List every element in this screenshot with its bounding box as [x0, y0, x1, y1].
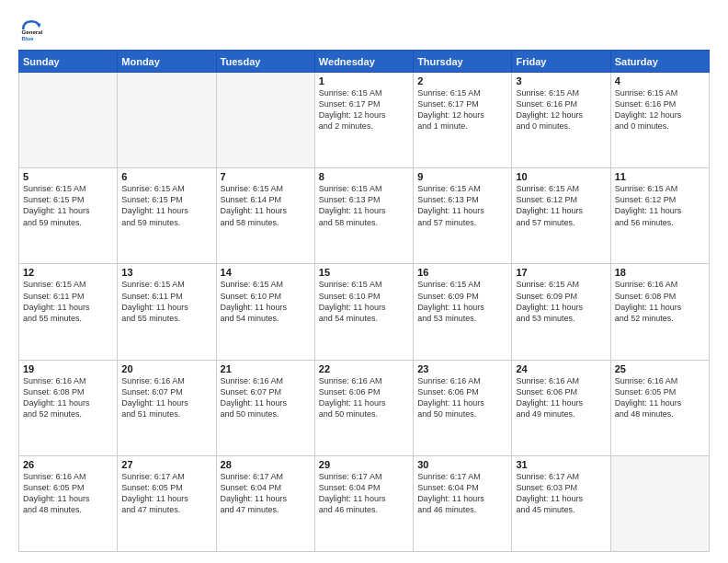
day-number: 26: [23, 459, 113, 470]
day-info: Sunrise: 6:15 AM Sunset: 6:15 PM Dayligh…: [121, 183, 211, 228]
day-number: 3: [516, 75, 606, 86]
calendar-cell: 21Sunrise: 6:16 AM Sunset: 6:07 PM Dayli…: [216, 360, 314, 455]
calendar-cell: 4Sunrise: 6:15 AM Sunset: 6:16 PM Daylig…: [610, 73, 709, 168]
day-info: Sunrise: 6:17 AM Sunset: 6:03 PM Dayligh…: [516, 471, 606, 516]
day-number: 31: [516, 459, 606, 470]
day-number: 28: [221, 459, 311, 470]
calendar-cell: 6Sunrise: 6:15 AM Sunset: 6:15 PM Daylig…: [118, 168, 216, 264]
calendar-cell: 29Sunrise: 6:17 AM Sunset: 6:04 PM Dayli…: [314, 455, 413, 551]
calendar-cell: 25Sunrise: 6:16 AM Sunset: 6:05 PM Dayli…: [610, 360, 709, 455]
day-info: Sunrise: 6:15 AM Sunset: 6:11 PM Dayligh…: [23, 279, 113, 324]
day-number: 10: [516, 171, 606, 182]
day-number: 25: [615, 363, 705, 374]
calendar-cell: 28Sunrise: 6:17 AM Sunset: 6:04 PM Dayli…: [216, 455, 314, 551]
day-number: 21: [221, 363, 311, 374]
day-info: Sunrise: 6:17 AM Sunset: 6:04 PM Dayligh…: [319, 471, 409, 516]
week-row-3: 12Sunrise: 6:15 AM Sunset: 6:11 PM Dayli…: [19, 264, 710, 360]
calendar-cell: [118, 73, 216, 168]
day-number: 19: [23, 363, 113, 374]
day-number: 13: [121, 267, 211, 278]
day-info: Sunrise: 6:15 AM Sunset: 6:10 PM Dayligh…: [319, 279, 409, 324]
calendar-cell: 13Sunrise: 6:15 AM Sunset: 6:11 PM Dayli…: [118, 264, 216, 360]
day-info: Sunrise: 6:15 AM Sunset: 6:13 PM Dayligh…: [319, 183, 409, 228]
day-number: 16: [417, 267, 507, 278]
day-number: 6: [121, 171, 211, 182]
calendar-cell: 23Sunrise: 6:16 AM Sunset: 6:06 PM Dayli…: [414, 360, 512, 455]
day-info: Sunrise: 6:15 AM Sunset: 6:17 PM Dayligh…: [417, 87, 507, 132]
calendar-cell: 10Sunrise: 6:15 AM Sunset: 6:12 PM Dayli…: [512, 168, 610, 264]
day-info: Sunrise: 6:15 AM Sunset: 6:12 PM Dayligh…: [516, 183, 606, 228]
calendar-cell: 22Sunrise: 6:16 AM Sunset: 6:06 PM Dayli…: [314, 360, 413, 455]
day-number: 20: [121, 363, 211, 374]
calendar-table: SundayMondayTuesdayWednesdayThursdayFrid…: [18, 50, 710, 552]
day-number: 30: [417, 459, 507, 470]
day-info: Sunrise: 6:15 AM Sunset: 6:17 PM Dayligh…: [319, 87, 409, 132]
day-info: Sunrise: 6:16 AM Sunset: 6:05 PM Dayligh…: [615, 375, 705, 420]
day-info: Sunrise: 6:15 AM Sunset: 6:10 PM Dayligh…: [221, 279, 311, 324]
day-number: 14: [221, 267, 311, 278]
weekday-header-saturday: Saturday: [610, 51, 709, 73]
calendar-cell: 1Sunrise: 6:15 AM Sunset: 6:17 PM Daylig…: [314, 73, 413, 168]
calendar-cell: 19Sunrise: 6:16 AM Sunset: 6:08 PM Dayli…: [19, 360, 118, 455]
day-number: 27: [121, 459, 211, 470]
svg-text:General: General: [22, 29, 43, 35]
calendar-cell: [216, 73, 314, 168]
day-info: Sunrise: 6:16 AM Sunset: 6:06 PM Dayligh…: [319, 375, 409, 420]
calendar-cell: 9Sunrise: 6:15 AM Sunset: 6:13 PM Daylig…: [414, 168, 512, 264]
calendar-cell: [610, 455, 709, 551]
week-row-5: 26Sunrise: 6:16 AM Sunset: 6:05 PM Dayli…: [19, 455, 710, 551]
weekday-header-tuesday: Tuesday: [216, 51, 314, 73]
day-number: 17: [516, 267, 606, 278]
day-number: 9: [417, 171, 507, 182]
day-info: Sunrise: 6:16 AM Sunset: 6:07 PM Dayligh…: [121, 375, 211, 420]
day-number: 1: [319, 75, 409, 86]
calendar-cell: 15Sunrise: 6:15 AM Sunset: 6:10 PM Dayli…: [314, 264, 413, 360]
weekday-header-friday: Friday: [512, 51, 610, 73]
day-info: Sunrise: 6:15 AM Sunset: 6:15 PM Dayligh…: [23, 183, 113, 228]
day-number: 2: [417, 75, 507, 86]
calendar-cell: 31Sunrise: 6:17 AM Sunset: 6:03 PM Dayli…: [512, 455, 610, 551]
day-info: Sunrise: 6:16 AM Sunset: 6:07 PM Dayligh…: [221, 375, 311, 420]
calendar-cell: 20Sunrise: 6:16 AM Sunset: 6:07 PM Dayli…: [118, 360, 216, 455]
day-number: 18: [615, 267, 705, 278]
weekday-header-wednesday: Wednesday: [314, 51, 413, 73]
day-number: 22: [319, 363, 409, 374]
day-info: Sunrise: 6:15 AM Sunset: 6:12 PM Dayligh…: [615, 183, 705, 228]
page: General Blue SundayMondayTuesdayWednesda…: [0, 0, 728, 563]
svg-text:Blue: Blue: [22, 35, 35, 41]
weekday-header-monday: Monday: [118, 51, 216, 73]
calendar-cell: 7Sunrise: 6:15 AM Sunset: 6:14 PM Daylig…: [216, 168, 314, 264]
day-info: Sunrise: 6:15 AM Sunset: 6:09 PM Dayligh…: [417, 279, 507, 324]
weekday-header-row: SundayMondayTuesdayWednesdayThursdayFrid…: [19, 51, 710, 73]
day-info: Sunrise: 6:17 AM Sunset: 6:04 PM Dayligh…: [417, 471, 507, 516]
calendar-cell: 30Sunrise: 6:17 AM Sunset: 6:04 PM Dayli…: [414, 455, 512, 551]
calendar-cell: 18Sunrise: 6:16 AM Sunset: 6:08 PM Dayli…: [610, 264, 709, 360]
day-info: Sunrise: 6:15 AM Sunset: 6:11 PM Dayligh…: [121, 279, 211, 324]
logo: General Blue: [18, 17, 44, 42]
calendar-cell: 14Sunrise: 6:15 AM Sunset: 6:10 PM Dayli…: [216, 264, 314, 360]
day-number: 11: [615, 171, 705, 182]
week-row-2: 5Sunrise: 6:15 AM Sunset: 6:15 PM Daylig…: [19, 168, 710, 264]
week-row-1: 1Sunrise: 6:15 AM Sunset: 6:17 PM Daylig…: [19, 73, 710, 168]
calendar-cell: 26Sunrise: 6:16 AM Sunset: 6:05 PM Dayli…: [19, 455, 118, 551]
calendar-cell: 2Sunrise: 6:15 AM Sunset: 6:17 PM Daylig…: [414, 73, 512, 168]
week-row-4: 19Sunrise: 6:16 AM Sunset: 6:08 PM Dayli…: [19, 360, 710, 455]
calendar-cell: 27Sunrise: 6:17 AM Sunset: 6:05 PM Dayli…: [118, 455, 216, 551]
calendar-cell: 5Sunrise: 6:15 AM Sunset: 6:15 PM Daylig…: [19, 168, 118, 264]
day-info: Sunrise: 6:16 AM Sunset: 6:08 PM Dayligh…: [615, 279, 705, 324]
day-info: Sunrise: 6:16 AM Sunset: 6:08 PM Dayligh…: [23, 375, 113, 420]
day-info: Sunrise: 6:15 AM Sunset: 6:16 PM Dayligh…: [615, 87, 705, 132]
weekday-header-thursday: Thursday: [414, 51, 512, 73]
day-number: 24: [516, 363, 606, 374]
calendar-cell: 12Sunrise: 6:15 AM Sunset: 6:11 PM Dayli…: [19, 264, 118, 360]
day-info: Sunrise: 6:16 AM Sunset: 6:06 PM Dayligh…: [516, 375, 606, 420]
weekday-header-sunday: Sunday: [19, 51, 118, 73]
day-number: 5: [23, 171, 113, 182]
day-number: 4: [615, 75, 705, 86]
day-number: 29: [319, 459, 409, 470]
day-number: 7: [221, 171, 311, 182]
calendar-cell: 3Sunrise: 6:15 AM Sunset: 6:16 PM Daylig…: [512, 73, 610, 168]
calendar-cell: [19, 73, 118, 168]
day-info: Sunrise: 6:15 AM Sunset: 6:09 PM Dayligh…: [516, 279, 606, 324]
calendar-cell: 8Sunrise: 6:15 AM Sunset: 6:13 PM Daylig…: [314, 168, 413, 264]
